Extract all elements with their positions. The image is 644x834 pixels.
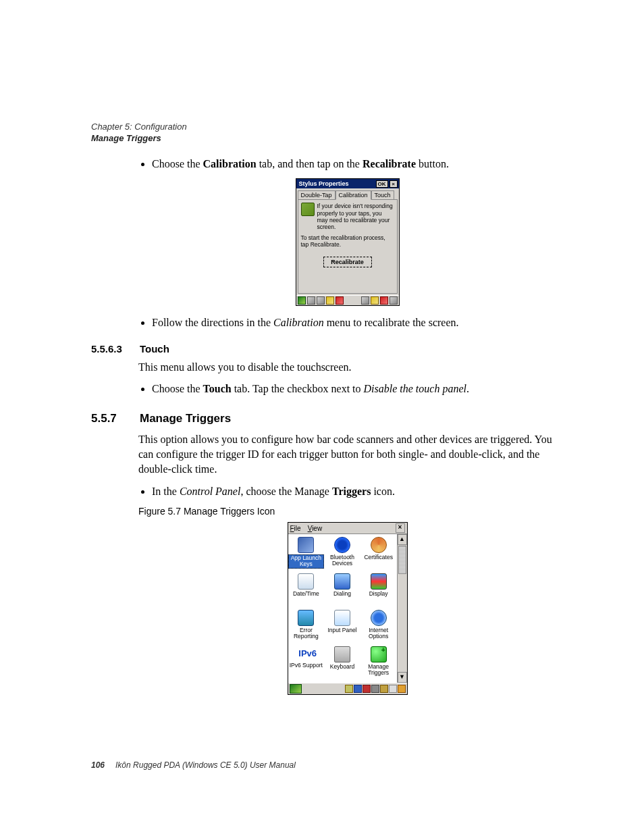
tray-icon[interactable] xyxy=(307,296,315,305)
tray-icon[interactable] xyxy=(336,296,344,305)
recalibrate-button[interactable]: Recalibrate xyxy=(323,257,372,267)
tray-icon[interactable] xyxy=(345,685,353,693)
item-label: Certificates xyxy=(364,554,393,561)
tray-icon[interactable] xyxy=(371,296,379,305)
titlebar: Stylus Properties OK × xyxy=(296,179,399,188)
header-chapter: Chapter 5: Configuration xyxy=(91,122,556,132)
item-label: Display xyxy=(369,590,388,597)
control-panel-grid: App Launch Keys Bluetooth Devices Certif… xyxy=(288,534,397,683)
text: menu to recalibrate the screen. xyxy=(324,317,459,328)
item-label: IPv6 Support xyxy=(290,662,323,669)
cp-item-keyboard[interactable]: Keyboard xyxy=(324,645,360,681)
tab-calibration[interactable]: Calibration xyxy=(336,190,371,200)
text: Follow the directions in the xyxy=(152,317,273,328)
item-label: Date/Time xyxy=(293,590,319,597)
item-label: Keyboard xyxy=(330,663,354,670)
menu-file[interactable]: File xyxy=(290,525,301,532)
cp-item-dialing[interactable]: Dialing xyxy=(324,572,360,608)
tray-icon[interactable] xyxy=(389,685,397,693)
internet-options-icon xyxy=(371,610,387,626)
header-section: Manage Triggers xyxy=(91,133,556,143)
text: Choose the xyxy=(152,383,203,394)
text-italic: Calibration xyxy=(273,317,324,328)
tab-double-tap[interactable]: Double-Tap xyxy=(298,190,336,200)
tray-icon[interactable] xyxy=(398,685,406,693)
app-launch-icon xyxy=(298,537,314,553)
text: , choose the Manage xyxy=(240,486,332,497)
scrollbar[interactable]: ▲ ▼ xyxy=(397,534,407,683)
heading-5.5.7: 5.5.7Manage Triggers xyxy=(91,412,556,425)
item-label: Manage Triggers xyxy=(368,663,389,676)
tray-icon[interactable] xyxy=(361,296,369,305)
datetime-icon xyxy=(298,573,314,590)
close-button[interactable]: × xyxy=(396,523,405,533)
heading-number: 5.5.6.3 xyxy=(91,343,140,355)
tab-strip: Double-Tap Calibration Touch xyxy=(296,188,399,199)
heading-5.5.6.3: 5.5.6.3Touch xyxy=(91,343,556,355)
heading-title: Touch xyxy=(140,343,169,355)
stylus-icon xyxy=(301,203,315,216)
tray-icon[interactable] xyxy=(326,296,334,305)
item-label: Bluetooth Devices xyxy=(330,554,354,567)
cp-item-display[interactable]: Display xyxy=(360,572,397,608)
instruction-bullet: In the Control Panel, choose the Manage … xyxy=(152,484,556,499)
tray-icon[interactable] xyxy=(371,685,379,693)
tray-icon[interactable] xyxy=(354,685,362,693)
text-italic: Control Panel xyxy=(180,486,241,497)
item-label: Input Panel xyxy=(327,627,356,633)
calibration-message: If your device isn't responding properly… xyxy=(317,203,394,230)
text-bold: Touch xyxy=(203,383,232,394)
cp-item-error-reporting[interactable]: Error Reporting xyxy=(288,608,325,645)
paragraph: This menu allows you to disable the touc… xyxy=(138,360,556,375)
cp-item-internet-options[interactable]: Internet Options xyxy=(360,608,397,645)
item-label: Internet Options xyxy=(369,627,388,640)
item-label: App Launch Keys xyxy=(288,554,325,569)
scroll-up-button[interactable]: ▲ xyxy=(398,534,407,545)
cp-item-datetime[interactable]: Date/Time xyxy=(288,572,325,608)
text-italic: Disable the touch panel xyxy=(364,383,466,394)
dialing-icon xyxy=(334,573,350,590)
cp-item-certificates[interactable]: Certificates xyxy=(360,536,397,572)
cp-item-app-launch-keys[interactable]: App Launch Keys xyxy=(288,536,325,572)
item-label: Dialing xyxy=(333,590,351,597)
tab-panel: If your device isn't responding properly… xyxy=(298,199,398,294)
instruction-bullet: Choose the Touch tab. Tap the checkbox n… xyxy=(152,382,556,396)
scroll-thumb[interactable] xyxy=(398,546,406,574)
tray-icon[interactable] xyxy=(363,685,371,693)
manage-triggers-icon xyxy=(371,646,387,662)
display-icon xyxy=(371,573,387,590)
menu-view[interactable]: View xyxy=(308,525,323,532)
text: button. xyxy=(416,158,449,170)
cp-item-manage-triggers[interactable]: Manage Triggers xyxy=(360,645,397,681)
page-number: 106 xyxy=(91,760,115,770)
heading-number: 5.5.7 xyxy=(91,412,140,425)
error-reporting-icon xyxy=(298,610,314,626)
paragraph: This option allows you to configure how … xyxy=(138,432,556,477)
text-bold: Recalibrate xyxy=(363,158,416,170)
item-label: Error Reporting xyxy=(294,627,319,640)
scroll-down-button[interactable]: ▼ xyxy=(398,672,407,683)
close-button[interactable]: × xyxy=(390,180,398,188)
ipv6-icon: IPv6 xyxy=(298,646,313,661)
ok-button[interactable]: OK xyxy=(376,180,388,188)
tray-icon[interactable] xyxy=(390,296,398,305)
cp-item-bluetooth[interactable]: Bluetooth Devices xyxy=(324,536,360,572)
tab-touch[interactable]: Touch xyxy=(371,190,394,200)
taskbar xyxy=(288,683,407,694)
page-footer: 106Ikôn Rugged PDA (Windows CE 5.0) User… xyxy=(91,760,296,770)
start-icon[interactable] xyxy=(298,296,306,305)
control-panel-screenshot: File View × App Launch Keys Bluetooth De… xyxy=(288,522,408,695)
start-icon[interactable] xyxy=(290,684,302,694)
text: Choose the xyxy=(152,158,203,170)
scroll-track[interactable] xyxy=(398,575,407,672)
cp-item-ipv6[interactable]: IPv6IPv6 Support xyxy=(288,645,325,681)
tray-icon[interactable] xyxy=(380,296,388,305)
tray-icon[interactable] xyxy=(380,685,388,693)
instruction-bullet: Follow the directions in the Calibration… xyxy=(152,315,556,330)
tray-icon[interactable] xyxy=(317,296,325,305)
menu-bar: File View × xyxy=(288,523,407,534)
footer-text: Ikôn Rugged PDA (Windows CE 5.0) User Ma… xyxy=(115,760,296,770)
cp-item-input-panel[interactable]: Input Panel xyxy=(324,608,360,645)
instruction-bullet: Choose the Calibration tab, and then tap… xyxy=(152,157,556,172)
certificates-icon xyxy=(371,537,387,553)
